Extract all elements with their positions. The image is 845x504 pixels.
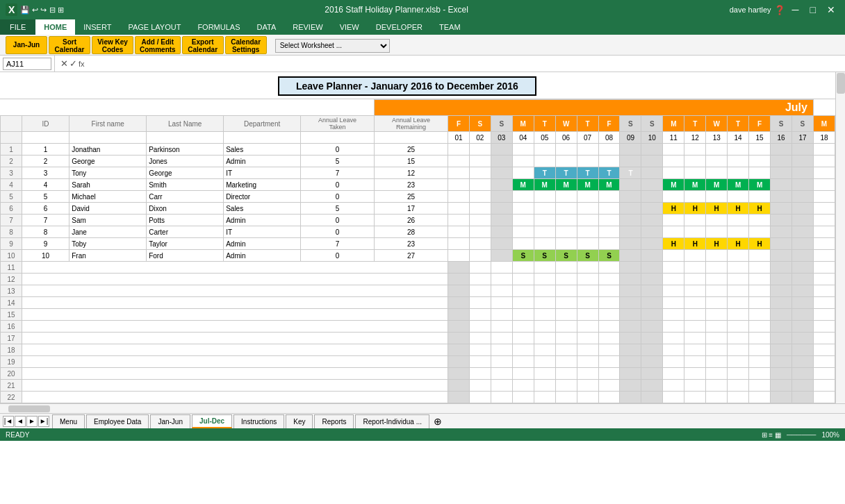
tab-jul-dec[interactable]: Jul-Dec <box>192 414 232 428</box>
c-5-12 <box>684 191 706 203</box>
c-1-12 <box>684 144 706 156</box>
c-9-14: H <box>728 238 749 250</box>
left-spacer <box>1 100 375 116</box>
c-5-13 <box>706 191 728 203</box>
tab-review[interactable]: REVIEW <box>284 19 331 35</box>
table-row: 7 7 Sam Potts Admin 0 26 <box>1 215 835 226</box>
c-3-15 <box>749 167 771 179</box>
view-key-codes-button[interactable]: View KeyCodes <box>92 36 133 54</box>
cell-id-9: 9 <box>22 238 69 250</box>
dc-rem <box>375 132 448 144</box>
cell-ln-7: Potts <box>147 215 224 226</box>
cancel-formula-icon[interactable]: ✕ <box>60 58 68 69</box>
tab-reports[interactable]: Reports <box>314 414 354 428</box>
cell-rem-9: 23 <box>375 238 448 250</box>
c-6-15: H <box>749 203 771 215</box>
c-6-17 <box>791 203 813 215</box>
cell-dept-3: IT <box>224 167 301 179</box>
tab-last-button[interactable]: ►| <box>38 416 49 427</box>
dc-ln <box>147 132 224 144</box>
restore-button[interactable]: □ <box>806 4 820 15</box>
name-box[interactable] <box>3 58 51 70</box>
title-bar: X 💾 ↩ ↪ ⊟ ⊞ 2016 Staff Holiday Planner.x… <box>0 0 845 19</box>
cell-ln-4: Smith <box>147 179 224 191</box>
tab-key[interactable]: Key <box>286 414 313 428</box>
table-row: 21 <box>1 380 835 392</box>
c-6-02 <box>469 203 491 215</box>
status-right: ⊞ ≡ ▦ ────── 100% <box>762 431 840 439</box>
tab-report-individual[interactable]: Report-Individua ... <box>355 414 429 428</box>
minimize-button[interactable]: ─ <box>788 4 803 15</box>
cell-tak-6: 5 <box>301 203 375 215</box>
dh-s5: S <box>771 116 792 132</box>
add-sheet-button[interactable]: ⊕ <box>434 416 442 427</box>
date-number-row: 01 02 03 04 05 06 07 08 09 10 11 12 13 1… <box>1 132 835 144</box>
tab-developer[interactable]: DEVELOPER <box>368 19 431 35</box>
sort-calendar-button[interactable]: SortCalendar <box>49 36 90 54</box>
tab-view[interactable]: VIEW <box>331 19 368 35</box>
c-8-18 <box>813 226 835 238</box>
dn-12: 12 <box>684 132 706 144</box>
tab-next-button[interactable]: ► <box>26 416 38 427</box>
tab-page-layout[interactable]: PAGE LAYOUT <box>120 19 189 35</box>
c-8-10 <box>641 226 663 238</box>
c-7-15 <box>749 215 771 226</box>
vertical-scrollbar[interactable] <box>835 72 845 403</box>
tab-prev-button[interactable]: ◄ <box>15 416 26 427</box>
c-10-06: S <box>555 250 577 262</box>
cell-rem-6: 17 <box>375 203 448 215</box>
tab-insert[interactable]: INSERT <box>75 19 120 35</box>
c-4-15: M <box>749 179 771 191</box>
c-2-05 <box>534 156 555 167</box>
c-7-10 <box>641 215 663 226</box>
calendar-settings-button[interactable]: CalendarSettings <box>225 36 267 54</box>
tab-jan-jun[interactable]: Jan-Jun <box>150 414 190 428</box>
c-8-03 <box>491 226 512 238</box>
tab-instructions[interactable]: Instructions <box>233 414 284 428</box>
jan-jun-button[interactable]: Jan-Jun <box>6 36 47 54</box>
sheet-content[interactable]: Leave Planner - January 2016 to December… <box>0 72 835 403</box>
sheet-tabs-bar: |◄ ◄ ► ►| Menu Employee Data Jan-Jun Jul… <box>0 413 845 428</box>
tab-first-button[interactable]: |◄ <box>3 416 14 427</box>
sheet-body: Leave Planner - January 2016 to December… <box>0 72 845 403</box>
cell-ln-6: Dixon <box>147 203 224 215</box>
c-4-14: M <box>728 179 749 191</box>
tab-home[interactable]: HOME <box>35 19 75 35</box>
cell-rem-3: 12 <box>375 167 448 179</box>
add-edit-comments-button[interactable]: Add / EditComments <box>135 36 181 54</box>
tab-file[interactable]: FILE <box>0 19 35 35</box>
c-6-05 <box>534 203 555 215</box>
c-6-06 <box>555 203 577 215</box>
rh-2 <box>1 132 22 144</box>
formula-input[interactable] <box>88 60 842 68</box>
c-8-11 <box>663 226 684 238</box>
c-2-01 <box>448 156 469 167</box>
c-9-13: H <box>706 238 728 250</box>
horizontal-scrollbar[interactable] <box>0 403 845 413</box>
c-1-08 <box>598 144 620 156</box>
c-2-04 <box>512 156 534 167</box>
select-worksheet-dropdown[interactable]: Select Worksheet ... <box>275 39 390 53</box>
tab-menu[interactable]: Menu <box>52 414 85 428</box>
export-calendar-button[interactable]: ExportCalendar <box>182 36 224 54</box>
c-4-02 <box>469 179 491 191</box>
dh-s4: S <box>641 116 663 132</box>
dn-17: 17 <box>791 132 813 144</box>
dn-18: 18 <box>813 132 835 144</box>
c-3-17 <box>791 167 813 179</box>
c-7-08 <box>598 215 620 226</box>
c-4-13: M <box>706 179 728 191</box>
tab-data[interactable]: DATA <box>249 19 285 35</box>
c-8-15 <box>749 226 771 238</box>
insert-function-icon[interactable]: fx <box>79 60 85 68</box>
c-1-05 <box>534 144 555 156</box>
tab-team[interactable]: TEAM <box>431 19 469 35</box>
help-icon[interactable]: ❓ <box>774 5 785 15</box>
dn-10: 10 <box>641 132 663 144</box>
tab-employee-data[interactable]: Employee Data <box>86 414 149 428</box>
tab-formulas[interactable]: FORMULAS <box>189 19 248 35</box>
confirm-formula-icon[interactable]: ✓ <box>69 58 77 69</box>
close-button[interactable]: ✕ <box>823 4 839 15</box>
dh-s2: S <box>491 116 512 132</box>
cell-dept-1: Sales <box>224 144 301 156</box>
